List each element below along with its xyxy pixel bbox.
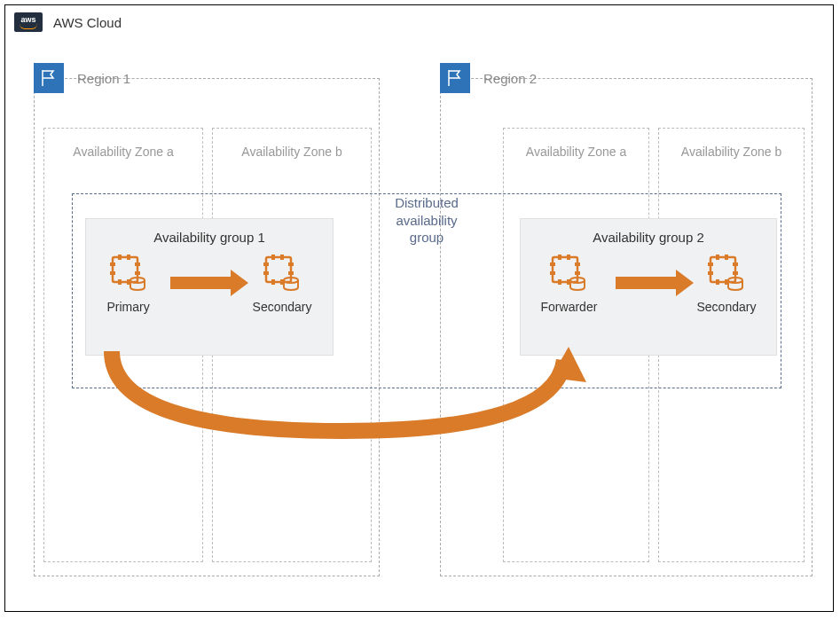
svg-rect-34 — [733, 271, 738, 275]
svg-rect-13 — [288, 262, 294, 266]
svg-rect-36 — [725, 255, 728, 260]
ag2-content: Forwarder Secondary — [531, 252, 765, 314]
primary-node: Primary — [106, 252, 149, 314]
sync-arrow-icon — [170, 277, 232, 289]
forwarder-node: Forwarder — [541, 252, 598, 314]
svg-rect-5 — [118, 255, 122, 260]
node-label: Secondary — [696, 300, 756, 314]
svg-rect-14 — [288, 271, 294, 275]
aws-logo-icon: aws — [14, 12, 43, 32]
az-label: Availability Zone b — [659, 145, 804, 159]
az-label: Availability Zone b — [213, 145, 371, 159]
svg-rect-21 — [550, 262, 555, 266]
svg-rect-15 — [271, 255, 275, 260]
node-label: Primary — [106, 300, 149, 314]
svg-rect-24 — [575, 271, 580, 275]
database-instance-icon — [261, 252, 303, 294]
cross-region-arrow-icon — [94, 342, 591, 458]
ag1-title: Availability group 1 — [97, 230, 322, 245]
ag1-content: Primary Secondary — [97, 252, 322, 314]
sync-arrow-icon — [616, 277, 678, 289]
database-instance-icon — [107, 252, 150, 294]
svg-rect-32 — [708, 271, 713, 275]
node-label: Forwarder — [541, 300, 598, 314]
cloud-header: aws AWS Cloud — [14, 12, 122, 32]
dag-label: Distributedavailabilitygroup — [395, 194, 459, 247]
svg-rect-3 — [135, 262, 140, 266]
region-1-header: Region 1 — [34, 63, 130, 93]
svg-rect-22 — [550, 271, 555, 275]
availability-group-2: Availability group 2 Forwarder — [520, 218, 777, 356]
region-2-label: Region 2 — [483, 71, 537, 86]
svg-rect-11 — [263, 262, 269, 266]
cloud-label: AWS Cloud — [53, 15, 122, 30]
svg-rect-12 — [263, 271, 269, 275]
region-1-label: Region 1 — [77, 71, 130, 86]
availability-group-1: Availability group 1 Primary — [85, 218, 334, 356]
svg-rect-25 — [558, 255, 561, 260]
region-flag-icon — [440, 63, 470, 93]
svg-rect-31 — [708, 262, 713, 266]
svg-rect-7 — [118, 279, 122, 285]
svg-rect-35 — [716, 255, 719, 260]
database-instance-icon — [705, 252, 748, 294]
node-label: Secondary — [253, 300, 312, 314]
aws-cloud-container: aws AWS Cloud Region 1 Availability Zone… — [4, 4, 834, 612]
svg-rect-27 — [558, 279, 561, 285]
az-label: Availability Zone a — [504, 145, 648, 159]
az-label: Availability Zone a — [44, 145, 202, 159]
database-instance-icon — [547, 252, 590, 294]
svg-rect-16 — [280, 255, 284, 260]
svg-rect-17 — [271, 279, 275, 285]
svg-rect-37 — [716, 279, 719, 285]
secondary-node-2: Secondary — [696, 252, 756, 314]
svg-rect-2 — [110, 271, 115, 275]
region-flag-icon — [34, 63, 64, 93]
svg-rect-26 — [567, 255, 570, 260]
svg-rect-1 — [110, 262, 115, 266]
svg-rect-6 — [127, 255, 130, 260]
svg-rect-23 — [575, 262, 580, 266]
region-2-header: Region 2 — [440, 63, 537, 93]
ag2-title: Availability group 2 — [531, 230, 765, 245]
secondary-node: Secondary — [253, 252, 312, 314]
svg-rect-4 — [135, 271, 140, 275]
svg-rect-33 — [733, 262, 738, 266]
